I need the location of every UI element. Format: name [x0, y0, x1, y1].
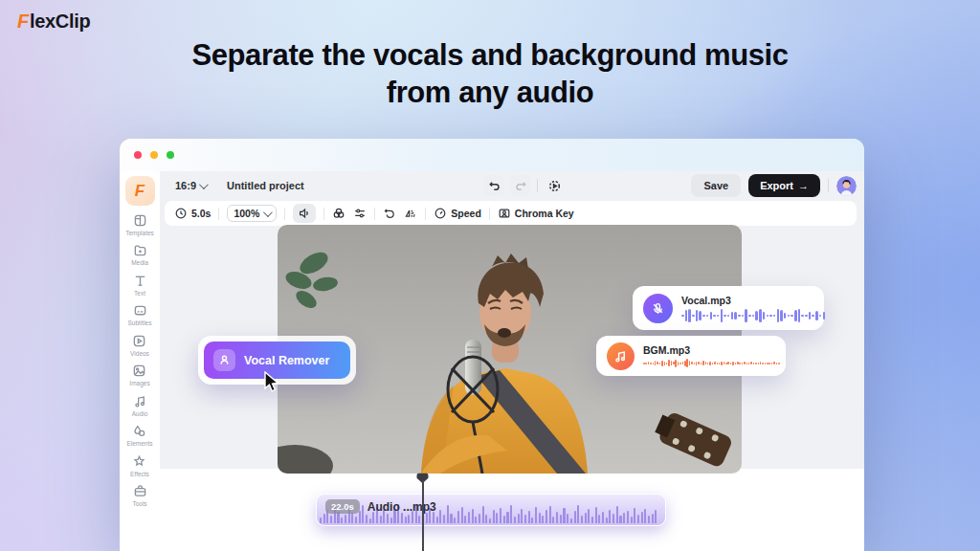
color-filter-icon [332, 207, 345, 220]
flip-icon [404, 207, 417, 220]
sidebar-item-effects[interactable]: Effects [130, 454, 149, 477]
rotate-button[interactable] [383, 207, 396, 220]
timeline-audio-clip[interactable]: 22.0s Audio ...mp3 [316, 494, 666, 526]
rotate-icon [383, 207, 396, 220]
chroma-key-button[interactable]: Chroma Key [498, 207, 574, 220]
avatar-image [836, 176, 857, 196]
divider [425, 208, 426, 220]
mic-muted-icon [651, 301, 665, 316]
clip-duration-badge: 22.0s [325, 499, 360, 514]
redo-button[interactable] [510, 175, 531, 196]
divider [218, 208, 219, 220]
minimize-window-dot[interactable] [150, 151, 158, 159]
images-icon [132, 364, 146, 378]
templates-icon [133, 213, 147, 228]
preview-button[interactable] [544, 175, 565, 196]
volume-icon [298, 207, 311, 220]
flexclip-logo: FlexClip [17, 11, 90, 33]
clip-file-name: Audio ...mp3 [368, 500, 436, 514]
divider [537, 179, 538, 192]
volume-button[interactable] [293, 204, 316, 223]
sidebar-item-text[interactable]: Text [133, 274, 147, 297]
app-logo[interactable]: F [125, 176, 155, 206]
window-titlebar[interactable] [120, 139, 864, 171]
tools-icon [133, 484, 147, 498]
user-avatar[interactable] [836, 176, 857, 196]
divider [284, 208, 285, 220]
vocal-remover-card: Vocal Remover [198, 336, 356, 385]
divider [828, 179, 829, 192]
media-icon [133, 243, 147, 257]
vocal-meta: Vocal.mp3 [681, 295, 825, 322]
close-window-dot[interactable] [134, 151, 142, 159]
sidebar-item-media[interactable]: Media [131, 243, 148, 266]
redo-icon [515, 180, 527, 192]
sidebar-item-images[interactable]: Images [129, 364, 149, 386]
sidebar-item-tools[interactable]: Tools [132, 484, 146, 507]
filter-button[interactable] [332, 207, 345, 220]
flexclip-logo-f: F [17, 11, 29, 32]
vocal-result-card[interactable]: Vocal.mp3 [633, 286, 824, 330]
page-title: Separate the vocals and background music… [0, 36, 980, 111]
chevron-down-icon [263, 208, 273, 217]
sidebar-item-audio[interactable]: Audio [132, 394, 148, 417]
history-controls [483, 171, 565, 200]
arrow-right-icon: → [798, 180, 809, 191]
sidebar-item-subtitles[interactable]: Subtitles [128, 303, 152, 326]
sidebar-item-videos[interactable]: Videos [130, 334, 149, 357]
subtitles-icon [133, 303, 147, 318]
clock-icon [174, 207, 188, 220]
audio-icon [133, 394, 147, 408]
sidebar-item-templates[interactable]: Templates [125, 213, 154, 236]
export-button[interactable]: Export → [748, 174, 820, 197]
speed-gauge-icon [434, 207, 447, 220]
undo-icon [488, 180, 501, 192]
flip-button[interactable] [404, 207, 417, 220]
page: FlexClip Separate the vocals and backgro… [0, 0, 980, 551]
adjust-button[interactable] [353, 207, 367, 220]
headline-line-2: from any audio [0, 74, 980, 111]
bgm-file-name: BGM.mp3 [643, 344, 780, 356]
maximize-window-dot[interactable] [167, 151, 174, 159]
preview-icon [548, 180, 561, 192]
elements-icon [132, 424, 146, 438]
zoom-selector[interactable]: 100% [227, 205, 277, 222]
flexclip-logo-text: lexClip [30, 11, 90, 32]
divider [489, 208, 490, 220]
speed-button[interactable]: Speed [434, 207, 481, 220]
aspect-ratio-selector[interactable]: 16:9 [175, 180, 206, 191]
headline-line-1: Separate the vocals and background music [0, 36, 980, 74]
divider [323, 208, 324, 220]
bgm-waveform [643, 359, 780, 367]
chroma-key-icon [498, 207, 511, 220]
effects-icon [132, 454, 146, 469]
editor-header: 16:9 Untitled project [160, 171, 864, 200]
vocal-waveform [681, 309, 825, 322]
music-note-icon [613, 349, 628, 364]
sidebar-item-elements[interactable]: Elements [126, 424, 152, 447]
person-icon [218, 354, 231, 366]
vocal-file-name: Vocal.mp3 [681, 295, 825, 306]
project-title[interactable]: Untitled project [227, 180, 304, 191]
bgm-disc [607, 342, 635, 370]
vocal-remover-badge [213, 349, 235, 371]
divider [374, 208, 375, 220]
videos-icon [132, 334, 146, 348]
header-actions: Save Export → [691, 174, 857, 197]
save-button[interactable]: Save [691, 174, 741, 197]
bgm-result-card[interactable]: BGM.mp3 [596, 336, 786, 376]
bgm-meta: BGM.mp3 [643, 344, 780, 367]
vocal-disc [643, 294, 673, 323]
undo-button[interactable] [483, 175, 504, 196]
sidebar: F Templates Media Text Subtitles [120, 171, 160, 551]
duration-control[interactable]: 5.0s [174, 207, 211, 220]
chevron-down-icon [199, 180, 209, 189]
vocal-remover-button[interactable]: Vocal Remover [204, 342, 350, 379]
text-icon [133, 274, 147, 288]
clip-label-row: 22.0s Audio ...mp3 [325, 499, 436, 514]
clip-toolbar: 5.0s 100% [165, 201, 857, 226]
sliders-icon [353, 207, 367, 220]
